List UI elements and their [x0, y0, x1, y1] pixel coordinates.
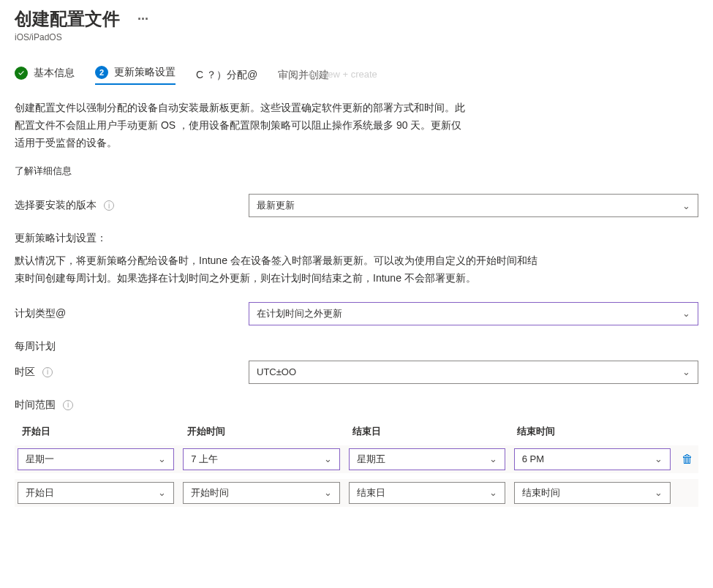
schedule-type-label: 计划类型@ — [15, 307, 66, 320]
timezone-select[interactable]: UTC±OO ⌄ — [249, 361, 698, 384]
time-range-columns: 开始日 开始时间 结束日 结束时间 — [15, 425, 698, 438]
chevron-down-icon: ⌄ — [676, 200, 690, 211]
col-start-time: 开始时间 — [187, 425, 344, 438]
info-icon[interactable]: i — [63, 400, 73, 410]
more-menu-button[interactable]: ··· — [137, 12, 148, 27]
description-text: 创建配置文件以强制分配的设备自动安装最新板更新。这些设置确定软件更新的部署方式和… — [15, 99, 468, 151]
end-time-value: 6 PM — [522, 453, 544, 464]
chevron-down-icon: ⌄ — [648, 453, 663, 464]
step-update-policy-settings[interactable]: 2 更新策略设置 — [95, 66, 176, 85]
col-end-day: 结束日 — [352, 425, 509, 438]
version-select-label: 选择要安装的版本 — [15, 199, 97, 212]
end-time-select[interactable]: 6 PM ⌄ — [514, 448, 671, 470]
chevron-down-icon: ⌄ — [483, 453, 497, 464]
timezone-value: UTC±OO — [257, 366, 296, 377]
step-label: 基本信息 — [34, 67, 75, 80]
start-time-value: 开始时间 — [191, 486, 229, 500]
end-day-value: 星期五 — [357, 453, 385, 466]
time-range-label: 时间范围 — [15, 399, 56, 412]
step-review-create[interactable]: 审阅并创建 Review + create — [278, 69, 329, 82]
col-start-day: 开始日 — [22, 425, 178, 438]
schedule-type-value: 在计划时间之外更新 — [257, 307, 342, 320]
time-range-row: 开始日 ⌄ 开始时间 ⌄ 结束日 ⌄ 结束时间 ⌄ — [15, 479, 698, 507]
start-time-select[interactable]: 7 上午 ⌄ — [183, 448, 339, 470]
start-time-select[interactable]: 开始时间 ⌄ — [183, 482, 339, 504]
check-circle-icon — [15, 67, 28, 80]
wizard-steps: 基本信息 2 更新策略设置 C ？）分配@ 审阅并创建 Review + cre… — [15, 66, 698, 85]
col-end-time: 结束时间 — [517, 425, 674, 438]
step-number-icon: 2 — [95, 66, 108, 79]
step-label: 更新策略设置 — [114, 66, 176, 79]
weekly-schedule-heading: 每周计划 — [15, 340, 698, 353]
chevron-down-icon: ⌄ — [676, 308, 690, 319]
end-day-value: 结束日 — [357, 486, 385, 500]
time-range-row: 星期一 ⌄ 7 上午 ⌄ 星期五 ⌄ 6 PM ⌄ 🗑 — [15, 445, 698, 473]
schedule-settings-title: 更新策略计划设置： — [15, 232, 698, 245]
chevron-down-icon: ⌄ — [317, 487, 332, 498]
step-label-ghost: Review + create — [309, 69, 377, 80]
chevron-down-icon: ⌄ — [317, 453, 332, 464]
schedule-settings-desc: 默认情况下，将更新策略分配给设备时，Intune 会在设备签入时部署最新更新。可… — [15, 252, 541, 287]
chevron-down-icon: ⌄ — [151, 453, 166, 464]
page-subtitle: iOS/iPadOS — [15, 32, 698, 42]
end-time-value: 结束时间 — [522, 486, 560, 500]
start-day-select[interactable]: 星期一 ⌄ — [18, 448, 174, 470]
start-day-value: 星期一 — [26, 453, 54, 466]
start-day-value: 开始日 — [26, 486, 54, 500]
start-day-select[interactable]: 开始日 ⌄ — [18, 482, 174, 504]
chevron-down-icon: ⌄ — [483, 487, 497, 498]
chevron-down-icon: ⌄ — [151, 487, 166, 498]
step-assignments[interactable]: C ？）分配@ — [196, 69, 257, 82]
info-icon[interactable]: i — [104, 200, 114, 211]
end-day-select[interactable]: 星期五 ⌄ — [349, 448, 505, 470]
info-icon[interactable]: i — [42, 367, 53, 377]
trash-icon: 🗑 — [682, 453, 693, 466]
step-label: C ？）分配@ — [196, 69, 257, 80]
version-select[interactable]: 最新更新 ⌄ — [249, 194, 698, 217]
step-basic-info[interactable]: 基本信息 — [15, 67, 75, 84]
learn-more-link[interactable]: 了解详细信息 — [15, 165, 698, 178]
delete-row-button[interactable]: 🗑 — [679, 453, 695, 466]
version-select-value: 最新更新 — [257, 199, 295, 212]
timezone-label: 时区 — [15, 366, 35, 379]
end-day-select[interactable]: 结束日 ⌄ — [349, 482, 505, 504]
end-time-select[interactable]: 结束时间 ⌄ — [514, 482, 671, 504]
start-time-value: 7 上午 — [191, 453, 218, 466]
page-title: 创建配置文件 — [15, 7, 120, 31]
schedule-type-select[interactable]: 在计划时间之外更新 ⌄ — [249, 302, 698, 325]
chevron-down-icon: ⌄ — [648, 487, 663, 498]
chevron-down-icon: ⌄ — [676, 366, 690, 377]
